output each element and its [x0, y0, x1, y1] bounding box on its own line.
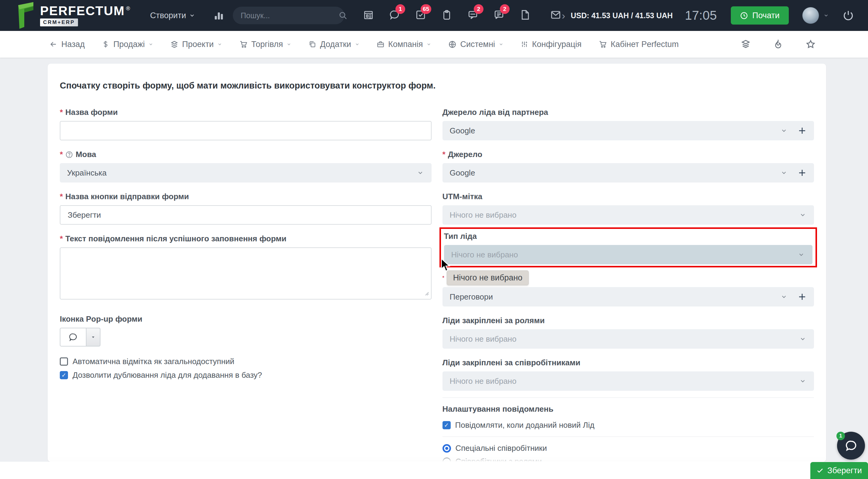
lead-type-label: Тип ліда — [444, 232, 477, 241]
mouse-cursor-icon — [440, 258, 451, 274]
perfectum-flag-icon — [17, 2, 35, 29]
caret-down-icon — [91, 335, 96, 340]
registered-mark: ® — [126, 5, 130, 11]
add-source-icon[interactable] — [798, 168, 807, 177]
radio-selected[interactable] — [442, 444, 451, 453]
news-icon[interactable] — [363, 9, 374, 22]
stage-select[interactable]: Переговори — [442, 287, 814, 307]
comments-icon[interactable]: 2 — [467, 9, 478, 22]
nav-item-apps[interactable]: Додатки — [308, 40, 359, 49]
save-button[interactable]: Зберегти — [810, 462, 868, 479]
chat-icon[interactable]: 1 — [389, 9, 400, 22]
search-input[interactable] — [241, 11, 338, 20]
chat-bubble-icon — [68, 332, 78, 342]
globe-icon — [448, 40, 457, 48]
dollar-icon — [102, 40, 110, 48]
duplicate-checkbox-row[interactable]: ✓ Дозволити дублювання ліда для додаванн… — [60, 371, 432, 380]
lead-type-highlight-box: Тип ліда Нічого не вибрано — [439, 227, 817, 267]
source-select[interactable]: Google — [442, 163, 814, 182]
partner-source-select[interactable]: Google — [442, 121, 814, 140]
user-menu-chevron-icon[interactable] — [824, 13, 829, 18]
chevron-down-icon — [799, 336, 806, 342]
module-nav-bar: Назад Продажі Проекти Торгівля Додатки К… — [0, 31, 868, 58]
nav-item-cabinet[interactable]: Кабінет Perfectum — [598, 40, 679, 49]
popup-icon-dropdown-button[interactable] — [87, 328, 100, 346]
cart-icon — [598, 40, 607, 48]
chevron-down-icon — [799, 378, 806, 384]
start-timer-button[interactable]: Почати — [731, 6, 789, 25]
checkbox-checked[interactable]: ✓ — [442, 421, 451, 429]
clipboard-icon[interactable] — [441, 9, 453, 22]
nav-item-company[interactable]: Компанія — [377, 40, 431, 49]
utm-select[interactable]: Нічого не вибрано — [442, 205, 814, 225]
language-select[interactable]: Українська — [60, 163, 432, 182]
create-menu[interactable]: Створити — [150, 11, 195, 20]
page-title: Спочатку створіть форму, щоб мати можлив… — [60, 81, 814, 91]
support-chat-button[interactable]: 1 — [837, 432, 865, 459]
checkbox-unchecked[interactable] — [60, 357, 68, 366]
chat-badge: 1 — [396, 4, 405, 14]
required-asterisk: * — [60, 150, 63, 159]
submit-button-name-input[interactable] — [60, 205, 432, 225]
public-checkbox-row[interactable]: Автоматична відмітка як загальнодоступни… — [60, 357, 432, 366]
messages-badge: 2 — [500, 4, 509, 14]
bar-chart-icon[interactable] — [213, 9, 225, 22]
form-left-column: *Назва форми * Мова Українська *Назва кн… — [60, 108, 432, 384]
comments-badge: 2 — [474, 4, 484, 14]
user-avatar[interactable] — [802, 7, 819, 24]
popup-icon-field: Іконка Pop-up форми — [60, 314, 432, 346]
radio-special-employees[interactable]: Спеціальні співробітники — [442, 444, 814, 453]
clock-icon — [740, 11, 748, 20]
roles-label: Ліди закріплені за ролями — [442, 316, 545, 325]
form-name-input[interactable] — [60, 121, 432, 140]
messages-icon[interactable]: 2 — [493, 9, 505, 22]
resize-grip-icon[interactable] — [424, 291, 429, 297]
notify-checkbox-row[interactable]: ✓ Повідомляти, коли доданий новий Лід — [442, 420, 814, 430]
fire-icon[interactable] — [773, 39, 783, 49]
mail-icon[interactable] — [550, 9, 562, 22]
nav-item-projects[interactable]: Проекти — [170, 40, 222, 49]
tasks-icon[interactable]: 65 — [415, 9, 426, 22]
radio-unselected[interactable] — [442, 457, 451, 462]
star-icon[interactable] — [805, 39, 816, 49]
hover-tooltip: Нічого не вибрано — [447, 270, 529, 285]
chevron-down-icon — [499, 42, 503, 47]
roles-select[interactable]: Нічого не вибрано — [442, 329, 814, 349]
chevron-down-icon — [781, 169, 787, 176]
required-asterisk: * — [442, 150, 445, 159]
nav-item-sales[interactable]: Продажі — [102, 40, 153, 49]
add-partner-source-icon[interactable] — [798, 126, 807, 135]
search-box[interactable] — [233, 7, 344, 24]
nav-item-configuration[interactable]: Конфігурація — [521, 40, 582, 49]
divider — [442, 398, 814, 398]
perfectum-logo[interactable]: PERFECTUM® CRM+ERP — [17, 2, 131, 29]
success-message-textarea[interactable] — [60, 247, 432, 300]
success-message-field: *Текст повідомлення після успішного запо… — [60, 234, 432, 305]
back-button[interactable]: Назад — [49, 40, 85, 49]
currency-rate[interactable]: USD: 41.53 UAH / 41.53 UAH — [570, 11, 673, 20]
question-circle-icon — [65, 151, 73, 159]
source-label: Джерело — [448, 150, 482, 159]
nav-item-system[interactable]: Системні — [448, 40, 503, 49]
sliders-icon — [521, 40, 528, 48]
nav-item-trade[interactable]: Торгівля — [239, 40, 291, 49]
form-builder-card: Спочатку створіть форму, щоб мати можлив… — [48, 64, 826, 462]
currency-expand-icon[interactable]: › — [562, 10, 565, 22]
utm-field: UTM-мітка Нічого не вибрано — [442, 192, 814, 225]
utm-label: UTM-мітка — [442, 192, 483, 201]
chevron-down-icon — [286, 42, 291, 47]
checkbox-checked[interactable]: ✓ — [60, 371, 68, 379]
stack-icon[interactable] — [741, 39, 751, 49]
employees-select[interactable]: Нічого не вибрано — [442, 371, 814, 391]
logout-power-icon[interactable] — [842, 9, 854, 22]
employees-field: Ліди закріплені за співробітниками Нічог… — [442, 358, 814, 391]
briefcase-icon — [377, 40, 384, 48]
chat-unread-badge: 1 — [836, 432, 845, 440]
brand-subtitle: CRM+ERP — [40, 19, 78, 26]
add-stage-icon[interactable] — [798, 292, 807, 301]
document-icon[interactable] — [519, 9, 531, 22]
lead-type-select[interactable]: Нічого не вибрано — [444, 245, 813, 264]
radio-employees-with-roles[interactable]: Співробітники з ролями — [442, 457, 814, 462]
required-asterisk: * — [60, 108, 63, 117]
popup-icon-preview-button[interactable] — [60, 328, 87, 346]
